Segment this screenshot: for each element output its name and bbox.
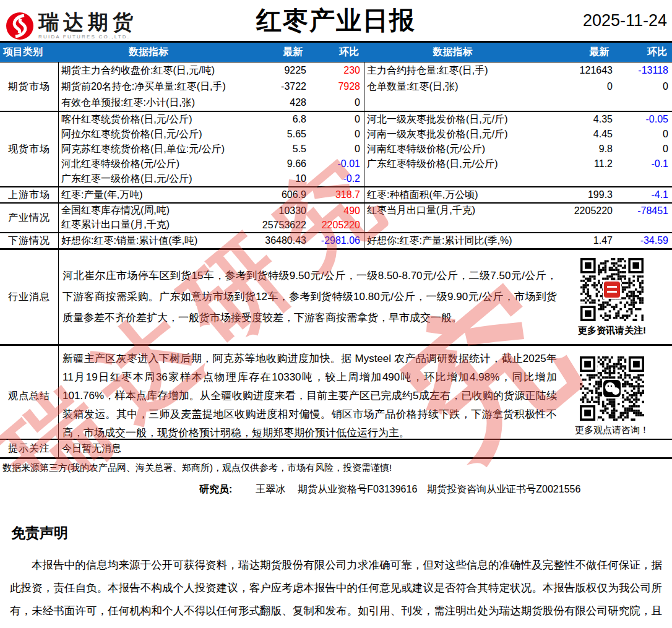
table-section: 下游情况好想你:红枣:销量:累计值(季,吨)36480.43-2981.06好想… bbox=[0, 232, 672, 248]
indicator-label: 期货前20名持仓:净买单量:红枣(日,手) bbox=[59, 79, 238, 95]
latest-value: 121643 bbox=[541, 62, 619, 79]
change-value: -0.01 bbox=[312, 157, 364, 171]
column-header-change-left: 环比 bbox=[312, 43, 364, 62]
tips-text: 今日暂无消息 bbox=[59, 440, 672, 457]
change-value: 0 bbox=[619, 127, 672, 142]
indicator-label: 河北一级灰枣批发价格(日,元/斤) bbox=[364, 112, 541, 127]
latest-value: 10330 bbox=[238, 204, 312, 218]
researcher-advisory-cert: 期货投资咨询从业证书号Z0021556 bbox=[427, 483, 580, 496]
indicator-label: 河北红枣特级价格(元/公斤) bbox=[59, 157, 238, 171]
change-value: 0 bbox=[312, 95, 364, 111]
viewpoint-summary-content: 新疆主产区灰枣进入下树后期，阿克苏等地收购进度加快。据 Mysteel 农产品调… bbox=[59, 346, 672, 446]
indicator-label: 阿拉尔红枣统货价格(日,元/公斤) bbox=[59, 127, 238, 142]
indicator-label: 广东红枣一级价格(日,元/公斤) bbox=[59, 171, 238, 186]
change-value: -0.05 bbox=[619, 112, 672, 127]
change-value: 2205220 bbox=[312, 218, 364, 232]
industry-news-text: 河北崔尔庄市场停车区到货15车，参考到货特级9.50元/公斤，一级8.50-8.… bbox=[59, 262, 563, 332]
category-label: 产业情况 bbox=[0, 204, 59, 232]
latest-value: 606.9 bbox=[238, 187, 312, 202]
indicator-label: 红枣累计出口量(月,千克) bbox=[59, 218, 238, 232]
change-value: 0 bbox=[312, 127, 364, 142]
latest-value: 9.8 bbox=[541, 142, 619, 157]
data-sections: 期货市场期货主力合约收盘价:红枣(日,元/吨)9225230主力合约持仓量:红枣… bbox=[0, 62, 672, 248]
change-value: 490 bbox=[312, 204, 364, 218]
latest-value: 4.35 bbox=[541, 112, 619, 127]
industry-news-content: 河北崔尔庄市场停车区到货15车，参考到货特级9.50元/公斤，一级8.50-8.… bbox=[59, 250, 672, 344]
summary-qr-caption: 更多观点请咨询！ bbox=[575, 424, 649, 436]
table-section: 产业情况全国红枣库存情况(周,吨)10330490红枣当月出口量(月,千克)22… bbox=[0, 202, 672, 232]
latest-value: 0 bbox=[541, 79, 619, 95]
category-label: 现货市场 bbox=[0, 112, 59, 186]
section-industry-news: 行业消息 河北崔尔庄市场停车区到货15车，参考到货特级9.50元/公斤，一级8.… bbox=[0, 248, 672, 344]
summary-qr-block: 更多观点请咨询！ bbox=[563, 356, 672, 436]
change-value: -13118 bbox=[619, 62, 672, 79]
category-label: 下游情况 bbox=[0, 233, 59, 248]
column-header-latest-left: 最新 bbox=[238, 43, 312, 62]
change-value: -4.1 bbox=[619, 187, 672, 202]
disclaimer-body: 本报告中的信息均来源于公开可获得资料，瑞达期货股份有限公司力求准确可靠，但对这些… bbox=[10, 554, 662, 628]
column-header-category: 项目类别 bbox=[0, 43, 59, 62]
indicator-label: 广东红枣特级价格(日,元/公斤) bbox=[364, 157, 541, 171]
section-tips: 提示关注 今日暂无消息 bbox=[0, 439, 672, 459]
latest-value bbox=[541, 218, 619, 232]
latest-value: 1.47 bbox=[541, 233, 619, 248]
category-label: 行业消息 bbox=[0, 250, 59, 344]
change-value: 318.7 bbox=[312, 187, 364, 202]
indicator-label: 仓单数量:红枣(日,张) bbox=[364, 79, 541, 95]
column-header-indicator-right: 数据指标 bbox=[364, 43, 541, 62]
indicator-label: 好想你:红枣:销量:累计值(季,吨) bbox=[59, 233, 238, 248]
researcher-name: 王翠冰 bbox=[256, 483, 285, 496]
news-qr-block: 更多资讯请关注! bbox=[563, 258, 672, 337]
column-header-latest-right: 最新 bbox=[541, 43, 619, 62]
table-section: 现货市场喀什红枣统货价格(日,元/公斤)6.80河北一级灰枣批发价格(日,元/斤… bbox=[0, 111, 672, 186]
report-date: 2025-11-24 bbox=[583, 11, 667, 30]
viewpoint-summary-text: 新疆主产区灰枣进入下树后期，阿克苏等地收购进度加快。据 Mysteel 农产品调… bbox=[59, 346, 563, 446]
change-value: 0 bbox=[619, 142, 672, 157]
indicator-label: 阿克苏红枣统货价格(日,单位:元/公斤) bbox=[59, 142, 238, 157]
indicator-label: 红枣:产量(年,万吨) bbox=[59, 187, 238, 202]
change-value: -0.1 bbox=[619, 157, 672, 171]
category-label: 期货市场 bbox=[0, 62, 59, 111]
indicator-label: 河南红枣特级价格(元/公斤) bbox=[364, 142, 541, 157]
researcher-line: 研究员: 王翠冰 期货从业资格号F03139616 期货投资咨询从业证书号Z00… bbox=[0, 483, 672, 496]
category-label: 观点总结 bbox=[0, 346, 59, 446]
column-header-change-right: 环比 bbox=[619, 43, 672, 62]
indicator-label: 河南一级灰枣批发价格(日,元/斤) bbox=[364, 127, 541, 142]
masthead: 瑞达期货 RUIDA FUTURES CO.,LTD. 红枣产业日报 2025-… bbox=[0, 0, 672, 41]
latest-value: 36480.43 bbox=[238, 233, 312, 248]
indicator-label: 好想你:红枣:产量:累计同比(季,%) bbox=[364, 233, 541, 248]
section-viewpoint-summary: 观点总结 新疆主产区灰枣进入下树后期，阿克苏等地收购进度加快。据 Mysteel… bbox=[0, 344, 672, 439]
disclaimer-section: 免责声明 本报告中的信息均来源于公开可获得资料，瑞达期货股份有限公司力求准确可靠… bbox=[0, 523, 672, 628]
change-value: 0 bbox=[619, 79, 672, 95]
researcher-qualification: 期货从业资格号F03139616 bbox=[298, 483, 417, 496]
news-qr-code-icon bbox=[580, 258, 644, 321]
indicator-label: 喀什红枣统货价格(日,元/公斤) bbox=[59, 112, 238, 127]
change-value: 0 bbox=[312, 142, 364, 157]
latest-value bbox=[541, 95, 619, 111]
summary-qr-code-icon bbox=[580, 356, 644, 421]
indicator-label: 全国红枣库存情况(周,吨) bbox=[59, 204, 238, 218]
change-value bbox=[619, 171, 672, 186]
category-label: 提示关注 bbox=[0, 440, 59, 457]
change-value: 0 bbox=[312, 112, 364, 127]
indicator-label bbox=[364, 218, 541, 232]
latest-value bbox=[541, 171, 619, 186]
latest-value: 199.3 bbox=[541, 187, 619, 202]
data-source-note: 数据来源第三方(我的农产品网、海关总署、郑商所)，观点仅供参考，市场有风险，投资… bbox=[0, 462, 672, 474]
indicator-label: 期货主力合约收盘价:红枣(日,元/吨) bbox=[59, 62, 238, 79]
report-page: 瑞达期货 RUIDA FUTURES CO.,LTD. 红枣产业日报 2025-… bbox=[0, 0, 672, 628]
indicator-label bbox=[364, 95, 541, 111]
column-header-indicator-left: 数据指标 bbox=[59, 43, 238, 62]
latest-value: 4.45 bbox=[541, 127, 619, 142]
latest-value: 25753622 bbox=[238, 218, 312, 232]
change-value: 7928 bbox=[312, 79, 364, 95]
change-value: 230 bbox=[312, 62, 364, 79]
latest-value: -3722 bbox=[238, 79, 312, 95]
page-title: 红枣产业日报 bbox=[0, 4, 672, 38]
latest-value: 5.65 bbox=[238, 127, 312, 142]
change-value: -34.59 bbox=[619, 233, 672, 248]
change-value bbox=[619, 218, 672, 232]
researcher-label: 研究员: bbox=[199, 483, 232, 496]
indicator-label: 主力合约持仓量:红枣(日,手) bbox=[364, 62, 541, 79]
change-value: -78451 bbox=[619, 204, 672, 218]
